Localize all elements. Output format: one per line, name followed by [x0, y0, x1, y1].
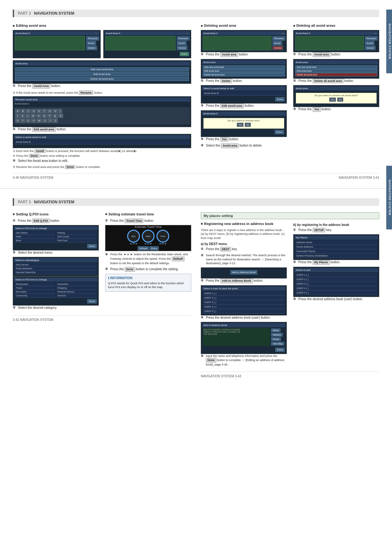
- part-header-top: PART 3 NAVIGATION SYSTEM: [13, 10, 379, 17]
- my-places-screen: My Places Address Book Home Address Favo…: [293, 234, 379, 260]
- add-address-details-screen: Add to Address Book RALPH THAYER LIVONIA…: [201, 322, 287, 354]
- rename-note: ② If the Avoid area needs to be renamed,…: [13, 91, 191, 95]
- confirm-delete-all-screen: Avoid area Do you want to remove all avo…: [293, 85, 379, 107]
- select-user-screen: Select a user to save the point USER 1 (…: [201, 285, 287, 315]
- qpoi-title: Setting Q.POI icons: [13, 212, 99, 216]
- select-user-screen-2: Select a user USER 1 ( ) USER 2 ( ) USER…: [293, 267, 379, 297]
- qpoi-section: Setting Q.POI icons ①Press the Edit Q.PO…: [13, 212, 99, 312]
- sidebar-accent-bottom: NAVIGATION SYSTEM: [386, 166, 392, 229]
- delete-all-avoid-title: Deleting all avoid areas: [293, 24, 379, 27]
- by-address-book-label: b) by registering in the address book: [293, 223, 379, 227]
- register-address-title: Registering new address in address book: [201, 222, 287, 226]
- rename-complete-note: ⑤ Rename the Avoid area and press the Do…: [13, 165, 191, 169]
- page-footer-bottom-left: 3-42 NAVIGATION SYSTEM: [13, 315, 191, 324]
- delete-avoid-title: Deleting avoid area: [201, 24, 287, 27]
- select-avoid-screen: Select a avoid areas to edit Avoid Area …: [13, 134, 191, 148]
- add-address-book-screen: Add to Address Book: [201, 267, 287, 279]
- step-3: ③ Select the Avoid area button to edit.: [13, 159, 191, 163]
- top-left-content: Editing avoid area Avoid Area 0— Rename …: [13, 24, 191, 170]
- done-note: ④ Press the Done button once editing is …: [13, 154, 191, 158]
- each-time-note: ③ Each time the Avoid button is pressed,…: [13, 149, 191, 153]
- travel-time-section: Setting estimate travel time ①Press the …: [105, 212, 191, 312]
- select-delete-screen: Select a avoid areas to edit Avoid Area …: [201, 85, 287, 104]
- avoid-area-menu-screen: Avoid area Add new avoid area Edit avoid…: [13, 60, 191, 84]
- bottom-left-content: Setting Q.POI icons ①Press the Edit Q.PO…: [13, 212, 191, 381]
- delete-all-screen1: Avoid Area 0— Rename Avoid Delete: [293, 30, 379, 52]
- page-footer-bottom-right: NAVIGATION SYSTEM 3-43: [201, 372, 379, 380]
- travel-time-title: Setting estimate travel time: [105, 212, 191, 216]
- avoid-all-menu-screen: Avoid area Add new avoid area Edit avoid…: [293, 59, 379, 79]
- bottom-right-content: My places setting Registering new addres…: [201, 212, 379, 381]
- info-box: ℹ INFORMATION Q.POI stands for Quick POI…: [105, 274, 191, 292]
- delete-avoid-area: Deleting avoid area Avoid Area 0— Rename…: [201, 24, 287, 150]
- rename-screen: Rename avoid area Avoid Area 0. ABCDEFGH…: [13, 96, 191, 127]
- part-header-bottom: PART 3 NAVIGATION SYSTEM: [13, 198, 379, 206]
- top-right-content: Deleting avoid area Avoid Area 0— Rename…: [201, 24, 379, 170]
- delete-all-avoid-area: Deleting all avoid areas Avoid Area 0— R…: [293, 24, 379, 150]
- avoid-area-screen-1: Avoid Area 0— Rename Avoid Delete: [13, 30, 101, 58]
- page-bottom-section: PART 3 NAVIGATION SYSTEM Setting Q.POI i…: [0, 189, 392, 387]
- category2-screen: Select a POI icon to change Restaurants …: [13, 276, 99, 306]
- sidebar-accent-top: NAVIGATION SYSTEM: [386, 10, 392, 73]
- register-via-address-book-section: b) by registering in the address book ①P…: [293, 222, 379, 369]
- subcategory-screen: Select a subcategory Auto Service Road a…: [13, 257, 99, 276]
- step-press-edit: ② Press the Edit avoid area button.: [13, 127, 191, 132]
- confirm-delete-screen: Avoid Area 0 Do you want to remove this?…: [201, 110, 287, 137]
- step-1: ① Press the Avoid Area button.: [13, 84, 191, 89]
- delete-avoid-screen1: Avoid Area 0— Rename Avoid Delete: [201, 30, 287, 52]
- by-dest-label: a) by DEST menu: [201, 242, 287, 246]
- avoid-area-screen-2: Avoid Area 0— Rename Avoid Delete Done: [103, 30, 191, 58]
- myplaces-header: My places setting: [201, 212, 379, 219]
- registering-address-section: Registering new address in address book …: [201, 222, 287, 369]
- select-poi-screen: Select a POI icon to change Gas Station …: [13, 225, 99, 250]
- page-top-section: PART 3 NAVIGATION SYSTEM Editing avoid a…: [0, 0, 392, 189]
- register-intro: There are 3 ways to register a new addre…: [201, 228, 287, 240]
- travel-time-screen: Estimate Travel Time Res ◄ 25 ► Main ◄ 3…: [105, 225, 191, 251]
- avoid-area-main-screen: Avoid area Add new avoid area Edit avoid…: [201, 59, 287, 79]
- page-footer-top: 3-40 NAVIGATION SYSTEM NAVIGATION SYSTEM…: [13, 173, 379, 182]
- editing-avoid-title: Editing avoid area: [13, 24, 191, 27]
